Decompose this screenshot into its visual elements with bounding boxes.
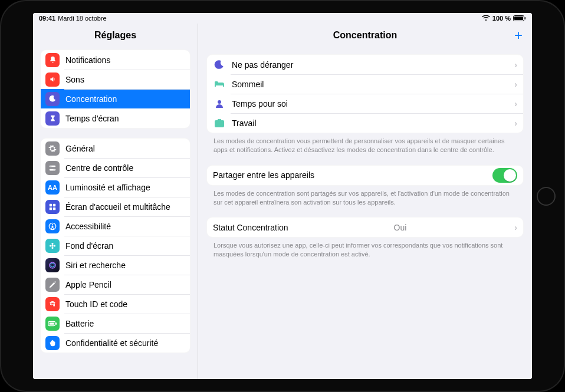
focus-mode-label: Travail [232,118,257,128]
svg-point-13 [51,245,54,247]
detail-pane: Concentration + Ne pas déranger › [198,24,532,379]
share-toggle[interactable] [492,168,517,183]
chevron-right-icon: › [514,223,517,232]
share-group: Partager entre les appareils [206,165,524,186]
moon-icon [213,58,226,71]
sidebar-item-label: Luminosité et affichage [65,183,150,192]
svg-rect-2 [525,17,526,19]
sidebar-item-luminosite[interactable]: AA Luminosité et affichage [41,177,190,197]
detail-scroll[interactable]: Ne pas déranger › Sommeil › [198,47,532,271]
sidebar-item-confidentialite[interactable]: Confidentialité et sécurité [41,333,190,353]
sidebar-item-notifications[interactable]: Notifications [41,50,190,70]
sidebar-item-touch-id[interactable]: Touch ID et code [41,294,190,314]
chevron-right-icon: › [514,60,517,70]
svg-point-19 [51,263,54,267]
sidebar-item-label: Fond d'écran [65,241,113,251]
aa-icon: AA [45,180,60,195]
sidebar-title: Réglages [33,24,198,47]
ipad-frame: 09:41 Mardi 18 octobre 100 % Réglages [0,0,565,392]
svg-rect-21 [50,322,54,325]
focus-mode-label: Sommeil [232,80,264,89]
sidebar-item-concentration[interactable]: Concentration [41,89,190,108]
hourglass-icon [45,111,60,126]
gear-icon [45,141,60,156]
share-across-devices-row[interactable]: Partager entre les appareils [207,166,523,185]
sidebar-item-label: Temps d'écran [65,114,119,123]
sidebar-item-general[interactable]: Général [41,139,190,158]
person-icon [45,219,60,233]
sidebar-item-centre-controle[interactable]: Centre de contrôle [41,158,190,177]
svg-point-14 [51,242,53,244]
svg-rect-22 [55,322,57,325]
sidebar-item-temps-ecran[interactable]: Temps d'écran [41,108,190,128]
svg-point-15 [51,246,53,248]
status-bar: 09:41 Mardi 18 octobre 100 % [33,13,532,24]
status-date: Mardi 18 octobre [58,15,107,22]
sidebar-item-label: Général [65,144,95,153]
bell-icon [45,53,60,67]
focus-mode-sommeil[interactable]: Sommeil › [207,74,523,94]
svg-rect-3 [50,165,56,167]
add-focus-button[interactable]: + [514,28,523,42]
status-footer-text: Lorsque vous autorisez une app, celle-ci… [206,238,524,259]
pencil-icon [45,278,60,292]
speaker-icon [45,73,60,87]
sidebar-item-label: Centre de contrôle [65,163,133,173]
grid-icon [45,200,60,214]
sidebar-scroll[interactable]: Notifications Sons Concent [33,47,198,360]
svg-rect-9 [50,207,52,209]
focus-status-row[interactable]: Statut Concentration Oui › [207,218,523,237]
briefcase-icon [213,117,226,130]
status-group: Statut Concentration Oui › [206,217,524,238]
sidebar-item-siri[interactable]: Siri et recherche [41,255,190,275]
sidebar-item-batterie[interactable]: Batterie [41,314,190,333]
fingerprint-icon [45,297,60,311]
sidebar-item-label: Sons [65,75,84,84]
sidebar-item-label: Siri et recherche [65,261,126,270]
sidebar-group-2: Général Centre de contrôle AA [40,138,190,353]
sidebar-item-ecran-accueil[interactable]: Écran d'accueil et multitâche [41,197,190,216]
detail-header: Concentration + [198,24,532,47]
home-button[interactable] [537,187,556,206]
svg-rect-5 [50,169,56,170]
status-battery-text: 100 % [492,15,511,22]
sidebar-item-accessibilite[interactable]: Accessibilité [41,216,190,236]
moon-icon [45,92,60,106]
modes-footer-text: Les modes de concentration vous permette… [206,133,524,154]
sidebar-item-fond-ecran[interactable]: Fond d'écran [41,236,190,255]
focus-mode-travail[interactable]: Travail › [207,113,523,133]
screen: 09:41 Mardi 18 octobre 100 % Réglages [33,13,532,379]
sidebar-group-1: Notifications Sons Concent [40,50,190,129]
svg-point-12 [52,224,53,225]
sidebar-item-label: Confidentialité et sécurité [65,338,158,348]
focus-mode-temps-soi[interactable]: Temps pour soi › [207,94,523,113]
svg-rect-7 [50,203,52,206]
sidebar-item-label: Concentration [65,94,117,104]
svg-point-4 [51,166,52,167]
battery-icon [45,317,60,331]
bed-icon [213,78,226,91]
switches-icon [45,161,60,175]
sidebar-item-sons[interactable]: Sons [41,70,190,89]
detail-title: Concentration [333,30,397,41]
focus-mode-label: Temps pour soi [232,99,288,108]
share-label: Partager entre les appareils [213,170,314,180]
sidebar-item-apple-pencil[interactable]: Apple Pencil [41,275,190,294]
battery-icon [513,15,526,21]
sidebar-item-label: Écran d'accueil et multitâche [65,202,170,212]
flower-icon [45,239,60,253]
svg-point-16 [50,245,51,246]
svg-rect-1 [514,17,523,20]
svg-point-17 [54,245,55,246]
sidebar-item-label: Batterie [65,319,94,328]
sidebar-item-label: Apple Pencil [65,280,111,289]
wifi-icon [482,15,490,21]
focus-mode-ne-pas-deranger[interactable]: Ne pas déranger › [207,55,523,74]
hand-icon [45,336,60,350]
chevron-right-icon: › [514,118,517,128]
svg-rect-8 [53,203,55,206]
sidebar: Réglages Notifications [33,24,198,379]
sidebar-item-label: Accessibilité [65,222,111,231]
chevron-right-icon: › [514,99,517,108]
svg-point-23 [218,100,221,104]
